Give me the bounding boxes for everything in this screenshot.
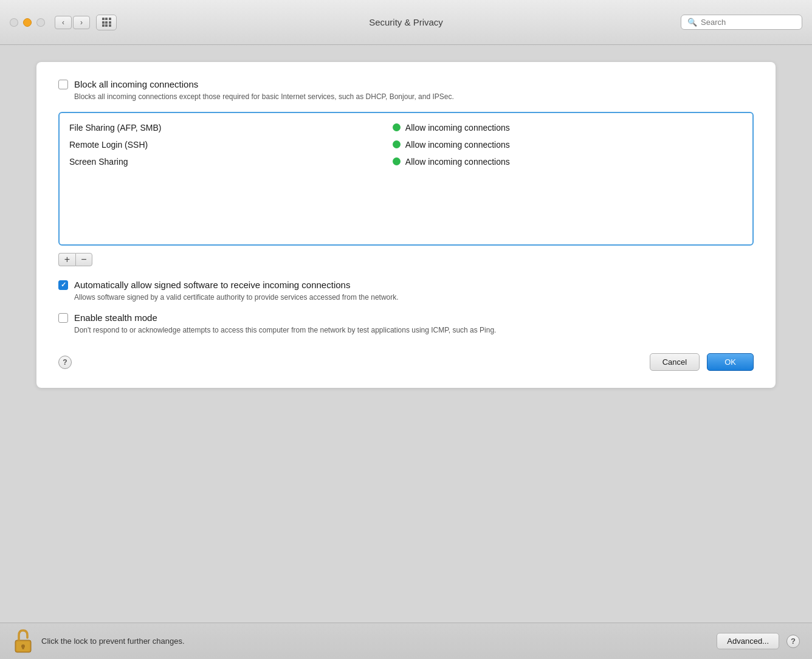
search-icon: 🔍 <box>687 18 697 27</box>
block-connections-row: Block all incoming connections Blocks al… <box>58 79 754 102</box>
app-grid-button[interactable] <box>96 15 117 30</box>
status-dot-green <box>393 123 401 131</box>
auto-allow-label: Automatically allow signed software to r… <box>74 280 399 290</box>
block-connections-label: Block all incoming connections <box>74 79 454 89</box>
ok-button[interactable]: OK <box>707 353 754 371</box>
lock-svg <box>14 629 32 654</box>
table-row[interactable]: Remote Login (SSH) Allow incoming connec… <box>60 136 752 153</box>
lock-label: Click the lock to prevent further change… <box>41 637 185 646</box>
bottom-bar: Click the lock to prevent further change… <box>0 623 812 659</box>
add-remove-row: + − <box>58 253 754 266</box>
service-status: Allow incoming connections <box>393 157 510 167</box>
search-box[interactable]: 🔍 <box>681 15 802 30</box>
stealth-mode-desc: Don't respond to or acknowledge attempts… <box>74 325 496 336</box>
service-status: Allow incoming connections <box>393 123 510 133</box>
lock-icon[interactable] <box>12 628 34 655</box>
nav-buttons: ‹ › <box>55 16 90 29</box>
grid-icon <box>102 18 111 27</box>
titlebar: ‹ › Security & Privacy 🔍 <box>0 0 812 45</box>
bottom-right: Advanced... ? <box>717 633 800 649</box>
traffic-lights <box>10 18 45 27</box>
dialog-buttons: Cancel OK <box>650 353 754 371</box>
close-button[interactable] <box>10 18 18 27</box>
status-dot-green <box>393 157 401 165</box>
maximize-button[interactable] <box>36 18 45 27</box>
block-connections-checkbox[interactable] <box>58 80 68 89</box>
auto-allow-row: Automatically allow signed software to r… <box>58 280 754 303</box>
back-icon: ‹ <box>62 18 64 27</box>
table-row[interactable]: File Sharing (AFP, SMB) Allow incoming c… <box>60 119 752 136</box>
remove-service-button[interactable]: − <box>75 253 92 266</box>
service-name: Remote Login (SSH) <box>69 140 393 150</box>
stealth-mode-row: Enable stealth mode Don't respond to or … <box>58 312 754 336</box>
service-status-label: Allow incoming connections <box>405 140 510 150</box>
svg-rect-3 <box>22 646 24 649</box>
action-row: ? Cancel OK <box>58 353 754 371</box>
search-input[interactable] <box>701 18 796 27</box>
block-connections-desc: Blocks all incoming connections except t… <box>74 92 454 102</box>
service-name: Screen Sharing <box>69 157 393 167</box>
help-button[interactable]: ? <box>58 356 72 369</box>
service-name: File Sharing (AFP, SMB) <box>69 123 393 133</box>
stealth-mode-label: Enable stealth mode <box>74 312 496 323</box>
back-button[interactable]: ‹ <box>55 16 72 29</box>
auto-allow-checkbox[interactable] <box>58 280 68 290</box>
bottom-help-button[interactable]: ? <box>786 635 800 648</box>
add-service-button[interactable]: + <box>58 253 75 266</box>
forward-icon: › <box>80 18 83 27</box>
table-row[interactable]: Screen Sharing Allow incoming connection… <box>60 153 752 170</box>
forward-button[interactable]: › <box>73 16 90 29</box>
service-status: Allow incoming connections <box>393 140 510 150</box>
stealth-mode-checkbox[interactable] <box>58 313 68 323</box>
minimize-button[interactable] <box>23 18 32 27</box>
cancel-button[interactable]: Cancel <box>650 353 700 371</box>
auto-allow-desc: Allows software signed by a valid certif… <box>74 292 399 303</box>
settings-panel: Block all incoming connections Blocks al… <box>36 62 776 388</box>
service-status-label: Allow incoming connections <box>405 157 510 167</box>
advanced-button[interactable]: Advanced... <box>717 633 779 649</box>
services-list: File Sharing (AFP, SMB) Allow incoming c… <box>58 112 754 246</box>
service-status-label: Allow incoming connections <box>405 123 510 133</box>
window-title: Security & Privacy <box>369 17 443 27</box>
status-dot-green <box>393 140 401 148</box>
